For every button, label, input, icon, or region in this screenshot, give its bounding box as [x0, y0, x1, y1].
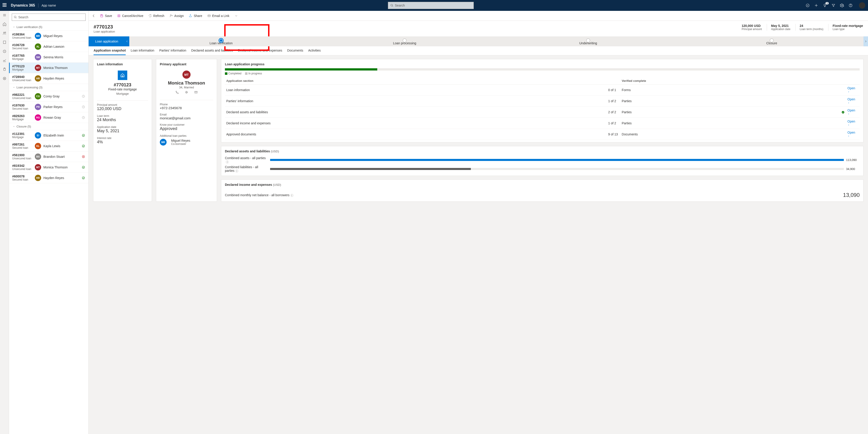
save-button[interactable]: Save — [100, 14, 112, 18]
task-check-icon[interactable] — [806, 3, 810, 7]
progress-row: Parties' information1 of 2PartiesOpen — [225, 96, 860, 107]
gear-icon[interactable] — [840, 3, 844, 7]
bpf-stage[interactable]: Closure — [680, 36, 864, 46]
svg-rect-43 — [195, 91, 197, 93]
list-group-header[interactable]: Closure (5) — [9, 123, 88, 130]
back-button[interactable] — [92, 14, 96, 18]
app-launcher-icon[interactable] — [3, 3, 7, 8]
building-icon[interactable] — [2, 40, 6, 44]
share-label: Share — [194, 14, 202, 18]
date-value: May 5, 2021 — [97, 129, 148, 133]
form-tab[interactable]: Application snapshot — [94, 49, 126, 55]
people-icon[interactable] — [2, 31, 6, 35]
list-item[interactable]: #106728Secured loanALAdrian Lawson — [9, 41, 88, 52]
bpf-entity-label[interactable]: Loan application — [89, 36, 125, 46]
bulb-icon[interactable]: 1 — [823, 3, 827, 7]
list-item[interactable]: #819342Unsecured loanMTMonica Thomson — [9, 162, 88, 173]
home-icon[interactable] — [2, 22, 6, 26]
form-tab[interactable]: Parties' information — [159, 49, 186, 55]
nav-icon-group: 1 — [806, 2, 865, 8]
mail-icon[interactable] — [194, 90, 198, 94]
open-link[interactable]: Open — [847, 120, 855, 127]
svg-point-7 — [850, 6, 851, 6]
rate-value: 4% — [97, 140, 148, 145]
coborrower-avatar: MR — [160, 139, 166, 146]
bpf-next-button[interactable] — [864, 36, 868, 46]
svg-point-39 — [170, 14, 171, 16]
list-item[interactable]: #561900Unsecured loanBSBrandon Stuart — [9, 151, 88, 162]
date-label: Application date — [97, 125, 148, 129]
list-item[interactable]: #198364Unsecured loanMRMiguel Reyes — [9, 31, 88, 41]
list-search-placeholder: Search — [18, 16, 28, 19]
chart-icon[interactable] — [2, 58, 6, 62]
bpf-stage[interactable]: Loan processing — [313, 36, 496, 46]
cancel-label: Cancel/Archive — [122, 14, 143, 18]
svg-line-1 — [393, 6, 393, 6]
list-item[interactable]: #197630Secured loanPRParker Reyes — [9, 102, 88, 112]
loan-category: Mortgage — [97, 92, 148, 95]
settings-rail-icon[interactable] — [2, 76, 6, 81]
form-tab[interactable]: Documents — [287, 49, 303, 55]
progress-row: Approved documents9 of 13DocumentsOpen — [225, 129, 860, 140]
add-icon[interactable] — [814, 3, 818, 7]
form-tab[interactable]: Declared income and expenses — [238, 49, 282, 55]
clipboard-icon[interactable] — [2, 67, 6, 71]
list-item[interactable]: #600078Secured loanHRHayden Reyes — [9, 173, 88, 183]
search-icon — [391, 4, 394, 7]
share-button[interactable]: Share — [189, 14, 202, 18]
list-item[interactable]: #982221Unsecured loanCGCorey Gray — [9, 91, 88, 102]
form-tab[interactable]: Declared assets and liabilities — [191, 49, 233, 55]
email-label: Email — [160, 113, 213, 116]
command-bar: Save Cancel/Archive Refresh Assign Share… — [89, 11, 868, 21]
phone-icon[interactable] — [175, 90, 179, 94]
assets-value: 113,090 — [846, 158, 860, 162]
open-link[interactable]: Open — [847, 86, 855, 94]
user-avatar[interactable] — [859, 2, 865, 8]
coborrower-name[interactable]: Miguel Reyes — [171, 139, 190, 143]
clock-icon[interactable] — [2, 49, 6, 53]
list-item[interactable]: #829263MortgageRGRowan Gray — [9, 112, 88, 123]
list-search[interactable]: Search — [12, 13, 86, 21]
phone-label: Phone — [160, 103, 213, 106]
info-icon[interactable]: i — [235, 169, 238, 173]
bpf-prev-button[interactable] — [125, 36, 129, 46]
hamburger-icon[interactable] — [2, 13, 6, 17]
help-icon[interactable] — [848, 3, 852, 7]
cancel-archive-button[interactable]: Cancel/Archive — [117, 14, 143, 18]
list-item[interactable]: #197765MortgageSMSerena Morris — [9, 52, 88, 63]
open-link[interactable]: Open — [847, 97, 855, 105]
svg-point-11 — [3, 32, 4, 33]
progress-row: Declared income and expenses1 of 2Partie… — [225, 118, 860, 129]
global-search[interactable]: Search — [388, 2, 474, 9]
at-icon[interactable] — [185, 90, 188, 94]
list-group-header[interactable]: Loan processing (3) — [9, 84, 88, 91]
bpf-stage[interactable]: Underwriting — [496, 36, 680, 46]
open-link[interactable]: Open — [847, 131, 855, 138]
app-name-label[interactable]: App name — [41, 4, 56, 7]
term-label: Loan term — [97, 114, 148, 118]
refresh-button[interactable]: Refresh — [148, 14, 164, 18]
save-label: Save — [105, 14, 112, 18]
email-link-button[interactable]: Email a Link — [207, 14, 229, 18]
filter-icon[interactable] — [831, 3, 835, 7]
info-icon[interactable]: i — [226, 160, 229, 163]
assign-button[interactable]: Assign — [169, 14, 184, 18]
open-link[interactable]: Open — [847, 108, 855, 116]
bpf-stage[interactable]: Loan verification — [129, 36, 313, 46]
progress-bar — [225, 68, 860, 70]
svg-point-2 — [806, 4, 809, 7]
progress-heading: Loan application progress — [221, 59, 863, 68]
rate-label: Interest rate — [97, 136, 148, 140]
form-tab[interactable]: Loan information — [131, 49, 154, 55]
list-item[interactable]: #112391MortgageEIElizabeth Irwin — [9, 130, 88, 141]
overflow-button[interactable] — [235, 14, 238, 18]
kpi: 120,000 USDPrincipal amount — [742, 24, 762, 31]
list-item[interactable]: #997261Secured loanKLKayla Lewis — [9, 141, 88, 151]
list-item[interactable]: #728940Unsecured loanHRHayden Reyes — [9, 73, 88, 84]
list-group-header[interactable]: Loan verification (5) — [9, 24, 88, 31]
info-icon[interactable]: i — [290, 194, 293, 197]
record-header: #770123 Loan application 120,000 USDPrin… — [89, 21, 868, 33]
form-tab[interactable]: Activities — [308, 49, 320, 55]
progress-row: Loan information0 of 1FormsOpen — [225, 85, 860, 96]
list-item[interactable]: #770123MortgageMTMonica Thomson — [9, 63, 88, 73]
